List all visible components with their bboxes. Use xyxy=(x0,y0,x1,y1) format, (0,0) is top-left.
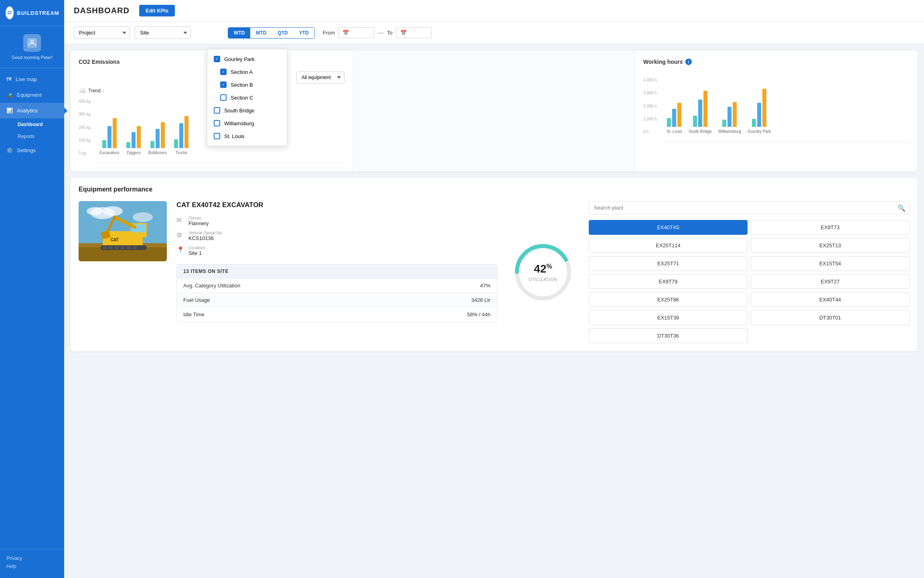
logo-icon xyxy=(6,6,14,19)
to-date-input[interactable]: 📅 xyxy=(396,27,432,38)
checkbox-st-louis[interactable] xyxy=(214,133,220,139)
serial-icon: ⚙ xyxy=(176,231,184,239)
dropdown-item-gourley-park[interactable]: Gourley Park xyxy=(207,53,287,65)
sidebar-item-analytics[interactable]: 📊 Analytics xyxy=(0,103,64,118)
from-date-input[interactable]: 📅 xyxy=(338,27,374,38)
dropdown-item-st-louis[interactable]: St. Louis xyxy=(207,130,287,142)
plant-btn-ex9t79[interactable]: EX9T79 xyxy=(589,274,748,289)
period-btn-mtd[interactable]: MTD xyxy=(250,28,272,38)
plant-btn-ex25t114[interactable]: EX25T114 xyxy=(589,238,748,253)
bar-excavators-teal xyxy=(102,140,106,148)
co2-y-axis: 0 kg 100 kg 200 kg 300 kg 400 kg xyxy=(79,99,96,163)
dropdown-label-williamsburg: Williamsburg xyxy=(224,120,254,126)
plant-btn-ex40t44[interactable]: EX40T44 xyxy=(751,292,910,307)
bar-label-williamsburg: Williamsburg xyxy=(718,129,741,134)
svg-text:CAT: CAT xyxy=(111,238,119,242)
dropdown-item-williamsburg[interactable]: Williamsburg xyxy=(207,117,287,130)
utilization-gauge: 42% UTILIZATION xyxy=(511,240,575,304)
bar-group-trucks: Trucks xyxy=(174,116,188,155)
checkbox-gourley-park[interactable] xyxy=(214,56,220,62)
bar-trucks-teal xyxy=(174,139,178,148)
bar-excavators-orange xyxy=(113,118,117,148)
plant-btn-ex25t71[interactable]: EX25T71 xyxy=(589,256,748,271)
plant-btn-ex9t73[interactable]: EX9T73 xyxy=(751,220,910,235)
bar-group-excavators: Excavators xyxy=(99,118,119,155)
help-link[interactable]: Help xyxy=(6,564,58,569)
svg-point-7 xyxy=(133,212,153,222)
from-label: From xyxy=(323,30,335,36)
trend-label: Trend xyxy=(88,88,101,94)
search-plant-input[interactable] xyxy=(589,201,910,214)
bar-group-diggers: Diggers xyxy=(126,126,141,155)
equipment-section-title: Equipment performance xyxy=(79,186,910,193)
site-dropdown[interactable]: Site xyxy=(135,26,191,39)
plant-btn-dt30t01[interactable]: DT30T01 xyxy=(751,310,910,325)
sidebar-item-equipment[interactable]: 🚜 Equipment xyxy=(0,87,64,103)
site-dropdown-overlay: Gourley Park Section A Section B Section… xyxy=(207,49,287,146)
brand-name: BUILDSTREAM xyxy=(17,10,59,16)
svg-point-6 xyxy=(87,207,103,215)
cloud-icon: ☁️ xyxy=(79,87,87,94)
user-avatar xyxy=(23,34,41,52)
charts-section: CO2 Emissions All equipment ☁️ Trend ↑ 0… xyxy=(71,51,918,171)
dropdown-label-st-louis: St. Louis xyxy=(224,133,245,139)
dropdown-label-section-c: Section C xyxy=(231,95,253,101)
stats-header: 13 ITEMS ON SITE xyxy=(177,265,497,278)
checkbox-section-a[interactable] xyxy=(220,69,227,75)
dropdown-label-gourley-park: Gourley Park xyxy=(224,56,255,62)
plant-btn-dt30t36[interactable]: DT30T36 xyxy=(589,328,748,343)
plant-btn-ex40t4s[interactable]: EX40T4S xyxy=(589,220,748,235)
search-plant-button[interactable]: 🔍 xyxy=(898,204,906,212)
plant-btn-ex25t86[interactable]: EX25T86 xyxy=(589,292,748,307)
bar-label-diggers: Diggers xyxy=(127,151,140,155)
plant-btn-ex25t13[interactable]: EX25T13 xyxy=(751,238,910,253)
equipment-performance-section: Equipment performance xyxy=(71,178,918,351)
plant-btn-ex15t39[interactable]: EX15T39 xyxy=(589,310,748,325)
checkbox-williamsburg[interactable] xyxy=(214,120,220,126)
privacy-link[interactable]: Privacy xyxy=(6,556,58,561)
bar-williamsburg-blue xyxy=(727,107,732,127)
sidebar-item-live-map[interactable]: 🗺 Live map xyxy=(0,71,64,87)
edit-kpi-button[interactable]: Edit KPIs xyxy=(139,5,175,16)
dropdown-item-section-c[interactable]: Section C xyxy=(207,91,287,104)
sidebar-item-settings[interactable]: ⚙️ Settings xyxy=(0,142,64,158)
plant-btn-ex9t27[interactable]: EX9T27 xyxy=(751,274,910,289)
gauge-percent: 42% xyxy=(529,263,557,275)
dropdown-item-section-a[interactable]: Section A xyxy=(207,65,287,78)
dropdown-label-section-a: Section A xyxy=(231,69,253,75)
svg-rect-19 xyxy=(121,246,125,249)
owner-icon: ✉ xyxy=(176,216,184,224)
period-buttons: WTD MTD QTD YTD xyxy=(228,27,315,39)
bar-label-excavators: Excavators xyxy=(99,151,119,155)
project-dropdown[interactable]: Project xyxy=(74,26,130,39)
plant-panel: 🔍 EX40T4SEX9T73EX25T114EX25T13EX25T71EX1… xyxy=(589,201,910,343)
stats-table: 13 ITEMS ON SITE Avg. Category Utilizati… xyxy=(176,264,497,322)
bar-diggers-blue xyxy=(132,132,136,148)
bar-bulldozers-teal xyxy=(150,141,154,148)
checkbox-south-bridge[interactable] xyxy=(214,107,220,114)
stats-value-utilization: 47% xyxy=(480,283,490,289)
sidebar-sub-menu: Dashboard Reports xyxy=(0,118,64,142)
utilization-panel: 42% UTILIZATION xyxy=(507,201,579,343)
sidebar-item-reports[interactable]: Reports xyxy=(11,130,64,142)
bar-gourleypark-teal xyxy=(752,119,756,127)
checkbox-section-b[interactable] xyxy=(220,81,227,88)
dropdown-item-section-b[interactable]: Section B xyxy=(207,78,287,91)
equipment-name: CAT EX40T42 EXCAVATOR xyxy=(176,201,497,209)
dropdown-label-south-bridge: South Bridge xyxy=(224,108,254,114)
bar-trucks-orange xyxy=(184,116,188,148)
period-btn-wtd[interactable]: WTD xyxy=(228,28,250,38)
search-input-container: 🔍 xyxy=(589,201,910,214)
equipment-image: CAT xyxy=(79,201,167,261)
dropdown-item-south-bridge[interactable]: South Bridge xyxy=(207,104,287,117)
checkbox-section-c[interactable] xyxy=(220,94,227,101)
bar-group-gourleypark: Gourley Park xyxy=(748,89,771,134)
sidebar-item-dashboard[interactable]: Dashboard xyxy=(11,118,64,130)
calendar-icon: 📅 xyxy=(342,30,349,36)
period-btn-ytd[interactable]: YTD xyxy=(294,28,314,38)
bar-stlouis-teal xyxy=(667,118,671,127)
plant-btn-ex15t54[interactable]: EX15T54 xyxy=(751,256,910,271)
bar-williamsburg-teal xyxy=(722,120,726,127)
equipment-filter-dropdown[interactable]: All equipment xyxy=(296,71,344,83)
period-btn-qtd[interactable]: QTD xyxy=(272,28,293,38)
